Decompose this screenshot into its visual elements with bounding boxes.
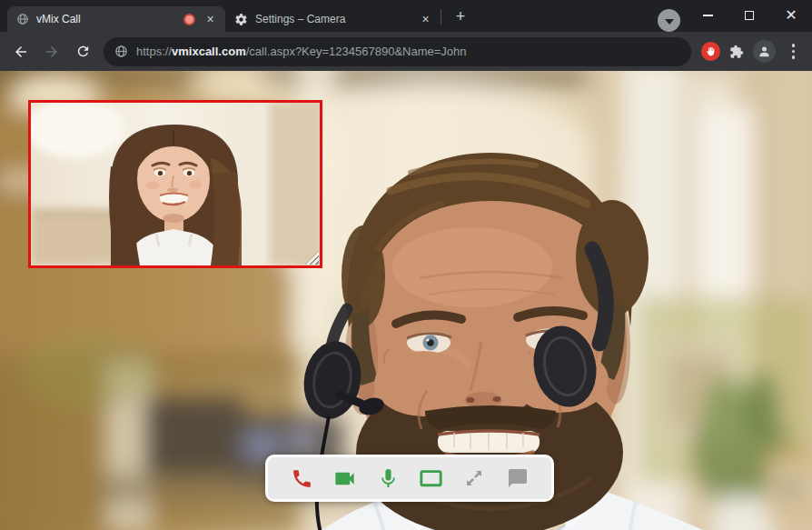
fullscreen-button[interactable]	[460, 463, 489, 494]
call-control-bar	[265, 455, 554, 502]
chat-bubble-icon	[507, 467, 529, 489]
expand-arrows-icon	[463, 467, 485, 489]
gear-icon	[234, 13, 248, 26]
tab-title: vMix Call	[36, 13, 176, 25]
phone-icon	[291, 467, 313, 490]
chevron-down-icon	[665, 19, 674, 25]
globe-favicon-icon	[16, 13, 29, 25]
screen-share-button[interactable]	[417, 463, 446, 494]
video-camera-icon	[332, 466, 357, 491]
window-controls: ✕	[687, 0, 812, 31]
tab-title: Settings – Camera	[255, 13, 411, 25]
extensions-puzzle-icon[interactable]	[729, 45, 744, 59]
recording-indicator-icon	[183, 14, 195, 25]
browser-window: vMix Call × Settings – Camera × + ✕	[0, 0, 812, 530]
url-domain: vmixcall.com	[172, 45, 246, 58]
close-icon: ✕	[785, 8, 797, 23]
local-preview-window[interactable]	[28, 100, 322, 268]
close-window-button[interactable]: ✕	[770, 0, 812, 31]
chat-button[interactable]	[503, 463, 532, 494]
local-person	[109, 125, 242, 265]
browser-menu-kebab-icon[interactable]	[788, 40, 799, 63]
tab-close-icon[interactable]: ×	[418, 12, 433, 27]
local-video	[31, 103, 320, 265]
maximize-icon	[745, 11, 754, 20]
tab-close-icon[interactable]: ×	[203, 12, 218, 27]
camera-button[interactable]	[331, 463, 360, 494]
address-bar[interactable]: https://vmixcall.com/call.aspx?Key=12345…	[104, 37, 691, 66]
globe-icon	[114, 45, 128, 58]
tab-vmix-call[interactable]: vMix Call ×	[7, 6, 225, 32]
browser-toolbar: https://vmixcall.com/call.aspx?Key=12345…	[0, 32, 812, 71]
hang-up-button[interactable]	[287, 463, 316, 494]
minimize-button[interactable]	[687, 0, 728, 31]
microphone-button[interactable]	[373, 463, 402, 494]
forward-button[interactable]	[38, 38, 65, 65]
minimize-icon	[703, 15, 713, 16]
profile-avatar[interactable]	[753, 40, 776, 63]
maximize-button[interactable]	[728, 0, 770, 31]
media-controls-button[interactable]	[658, 9, 680, 32]
url-text: https://vmixcall.com/call.aspx?Key=12345…	[136, 45, 467, 58]
tab-settings-camera[interactable]: Settings – Camera ×	[225, 6, 441, 32]
call-viewport	[0, 71, 812, 530]
adblock-hand-extension-icon[interactable]	[701, 42, 720, 61]
back-button[interactable]	[7, 38, 35, 65]
new-tab-button[interactable]: +	[450, 5, 471, 27]
tab-separator	[441, 9, 441, 25]
reload-button[interactable]	[69, 38, 96, 65]
monitor-icon	[419, 466, 443, 491]
tab-strip: vMix Call × Settings – Camera × + ✕	[0, 0, 812, 32]
microphone-icon	[377, 467, 400, 490]
